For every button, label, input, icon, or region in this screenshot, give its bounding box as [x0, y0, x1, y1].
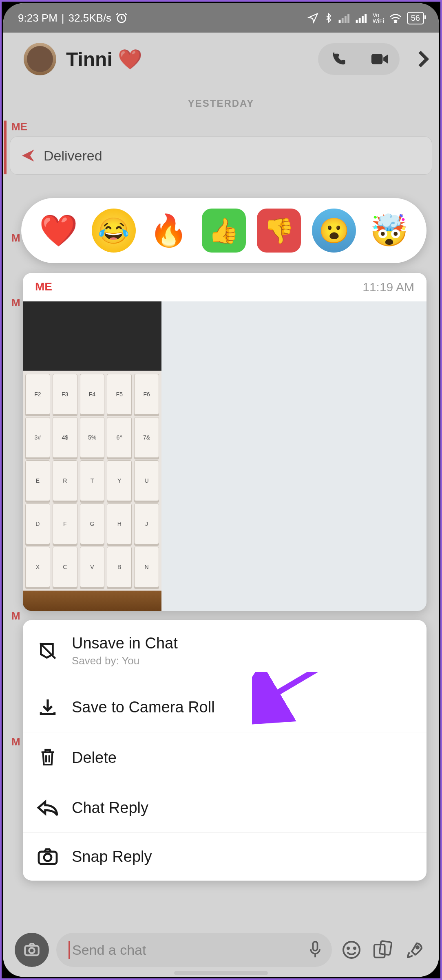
- action-delete[interactable]: Delete: [23, 732, 427, 783]
- delete-label: Delete: [72, 749, 413, 767]
- unsave-sub: Saved by: You: [72, 655, 413, 667]
- status-time: 9:23 PM: [18, 12, 57, 24]
- chat-reply-label: Chat Reply: [72, 799, 413, 817]
- action-sheet: Unsave in Chat Saved by: You Save to Cam…: [23, 620, 427, 881]
- download-icon: [36, 697, 60, 717]
- svg-rect-5: [356, 20, 358, 23]
- action-snap-reply[interactable]: Snap Reply: [23, 832, 427, 881]
- wifi-icon: [389, 13, 402, 23]
- reaction-thumbs-down[interactable]: 👎: [257, 209, 301, 253]
- action-save-roll[interactable]: Save to Camera Roll: [23, 682, 427, 732]
- preview-time: 11:19 AM: [362, 280, 414, 294]
- signal-icon: [338, 13, 351, 23]
- trash-icon: [36, 747, 60, 768]
- preview-image: F2F3F4F5F6 3#4$5%6^7& ERTYU DFGHJ XCVBN: [23, 301, 161, 611]
- reaction-heart[interactable]: ❤️: [37, 209, 81, 253]
- svg-rect-3: [345, 16, 347, 23]
- action-chat-reply[interactable]: Chat Reply: [23, 783, 427, 832]
- svg-rect-1: [338, 20, 340, 23]
- status-bar: 9:23 PM | 32.5KB/s VoWiFi: [3, 3, 439, 33]
- location-icon: [307, 12, 319, 24]
- battery-icon: 56: [407, 12, 424, 24]
- reaction-laugh[interactable]: 😂: [92, 209, 136, 253]
- svg-rect-2: [342, 18, 344, 23]
- svg-point-9: [395, 21, 396, 23]
- signal-icon-2: [356, 13, 368, 23]
- reply-icon: [36, 798, 60, 817]
- action-unsave[interactable]: Unsave in Chat Saved by: You: [23, 620, 427, 682]
- bluetooth-icon: [324, 12, 334, 24]
- reaction-wow[interactable]: 😮: [312, 209, 356, 253]
- svg-rect-4: [347, 14, 349, 23]
- unsave-label: Unsave in Chat: [72, 635, 413, 652]
- unsave-icon: [36, 641, 60, 661]
- alarm-icon: [115, 12, 128, 24]
- status-net-speed: 32.5KB/s: [69, 12, 112, 24]
- vowifi-icon: VoWiFi: [373, 12, 384, 24]
- reaction-thumbs-up[interactable]: 👍: [202, 209, 246, 253]
- save-roll-label: Save to Camera Roll: [72, 699, 413, 716]
- preview-sender: ME: [35, 280, 52, 294]
- camera-icon: [36, 847, 60, 866]
- svg-rect-6: [359, 18, 361, 23]
- svg-rect-7: [362, 16, 364, 23]
- snap-reply-label: Snap Reply: [72, 848, 413, 866]
- reaction-mind-blown[interactable]: 🤯: [367, 209, 411, 253]
- reaction-fire[interactable]: 🔥: [147, 209, 191, 253]
- svg-point-21: [44, 854, 51, 861]
- message-preview[interactable]: ME 11:19 AM F2F3F4F5F6 3#4$5%6^7& ERTYU …: [23, 273, 427, 611]
- reaction-bar: ❤️ 😂 🔥 👍 👎 😮 🤯: [21, 198, 427, 263]
- svg-rect-8: [365, 14, 367, 23]
